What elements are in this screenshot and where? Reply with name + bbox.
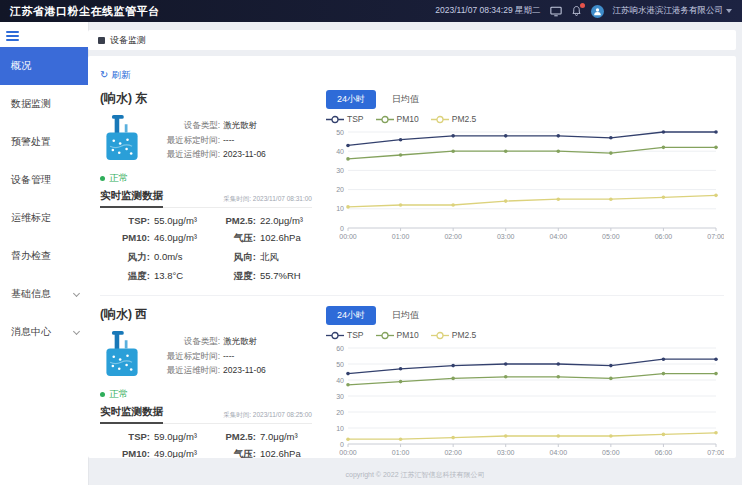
sidebar-item-basic-info[interactable]: 基础信息	[0, 275, 88, 313]
sidebar: 概况 数据监测 预警处置 设备管理 运维标定 督办检查 基础信息 消息中心	[0, 22, 88, 485]
svg-text:20: 20	[336, 409, 344, 416]
svg-text:04:00: 04:00	[550, 233, 568, 240]
metric-pressure: 气压:102.6hPa	[206, 448, 312, 458]
info-row: 最近标定时间:----	[154, 133, 266, 147]
dust-monitor-icon	[100, 113, 144, 167]
legend-item-pm10[interactable]: PM10	[376, 330, 419, 340]
legend-item-tsp[interactable]: TSP	[326, 330, 364, 340]
svg-text:02:00: 02:00	[444, 233, 462, 240]
svg-text:0: 0	[340, 225, 344, 232]
status-badge: 正常	[100, 172, 312, 185]
legend-item-pm25[interactable]: PM2.5	[431, 330, 477, 340]
metrics-grid: TSP:59.0μg/m³ PM2.5:7.0μg/m³ PM10:49.0μg…	[100, 431, 312, 458]
sidebar-item-alert-handling[interactable]: 预警处置	[0, 123, 88, 161]
svg-text:05:00: 05:00	[602, 233, 620, 240]
svg-text:07:00: 07:00	[707, 449, 724, 456]
device-info: 设备类型:激光散射 最近标定时间:---- 最近运维时间:2023-11-06	[154, 118, 266, 161]
tab-daily-average[interactable]: 日均值	[384, 306, 427, 325]
svg-text:05:00: 05:00	[602, 449, 620, 456]
svg-text:01:00: 01:00	[392, 233, 410, 240]
svg-text:50: 50	[336, 129, 344, 136]
svg-text:00:00: 00:00	[339, 449, 357, 456]
metric-tsp: TSP:55.0μg/m³	[100, 215, 206, 226]
status-dot-icon	[100, 392, 105, 397]
device-monitor-panel: ↻ 刷新 (响水) 东	[88, 56, 736, 458]
metric-humidity: 湿度:55.7%RH	[206, 270, 312, 283]
device-title: (响水) 东	[100, 90, 312, 107]
copyright-footer: copyright © 2022 江苏汇智信息科技有限公司	[88, 470, 742, 480]
svg-text:01:00: 01:00	[392, 449, 410, 456]
device-summary: (响水) 西	[100, 306, 312, 458]
info-row: 设备类型:激光散射	[154, 334, 266, 348]
svg-text:06:00: 06:00	[655, 449, 673, 456]
header-datetime: 2023/11/07 08:34:29 星期二	[435, 5, 540, 17]
device-chart-area: 24小时 日均值 TSPPM10PM2.5 0102030405000:0001…	[312, 90, 724, 283]
svg-text:40: 40	[336, 148, 344, 155]
sidebar-item-data-monitoring[interactable]: 数据监测	[0, 85, 88, 123]
menu-toggle-icon[interactable]	[0, 22, 88, 47]
collect-time: 采集时间: 2023/11/07 08:25:00	[223, 411, 312, 423]
metric-pm25: PM2.5:22.0μg/m³	[206, 215, 312, 226]
chevron-down-icon	[73, 328, 80, 335]
legend-item-pm10[interactable]: PM10	[376, 114, 419, 124]
svg-text:60: 60	[336, 345, 344, 352]
notification-badge	[580, 3, 585, 8]
svg-text:06:00: 06:00	[655, 233, 673, 240]
metric-pressure: 气压:102.6hPa	[206, 232, 312, 245]
tab-24h[interactable]: 24小时	[326, 306, 376, 325]
svg-text:20: 20	[336, 186, 344, 193]
refresh-button[interactable]: ↻ 刷新	[100, 69, 130, 82]
notification-bell-icon[interactable]	[571, 5, 582, 17]
chart-tabs: 24小时 日均值	[326, 306, 724, 325]
metric-temperature: 温度:13.8°C	[100, 270, 206, 283]
legend-item-tsp[interactable]: TSP	[326, 114, 364, 124]
info-row: 最近运维时间:2023-11-06	[154, 363, 266, 377]
realtime-header: 实时监测数据 采集时间: 2023/11/07 08:31:00	[100, 189, 312, 208]
info-row: 设备类型:激光散射	[154, 118, 266, 132]
refresh-icon: ↻	[100, 70, 108, 80]
fullscreen-icon[interactable]	[550, 6, 562, 17]
svg-text:50: 50	[336, 361, 344, 368]
sidebar-item-device-management[interactable]: 设备管理	[0, 161, 88, 199]
app-window: 江苏省港口粉尘在线监管平台 2023/11/07 08:34:29 星期二 江苏…	[0, 0, 742, 485]
sidebar-item-overview[interactable]: 概况	[0, 47, 88, 85]
breadcrumb-icon	[98, 37, 105, 44]
tab-daily-average[interactable]: 日均值	[384, 90, 427, 109]
device-info: 设备类型:激光散射 最近标定时间:---- 最近运维时间:2023-11-06	[154, 334, 266, 377]
info-row: 最近标定时间:----	[154, 349, 266, 363]
metrics-grid: TSP:55.0μg/m³ PM2.5:22.0μg/m³ PM10:46.0μ…	[100, 215, 312, 283]
metric-tsp: TSP:59.0μg/m³	[100, 431, 206, 442]
svg-text:30: 30	[336, 393, 344, 400]
svg-text:0: 0	[340, 441, 344, 448]
tab-24h[interactable]: 24小时	[326, 90, 376, 109]
breadcrumb: 设备监测	[88, 30, 736, 50]
svg-text:03:00: 03:00	[497, 449, 515, 456]
metric-pm10: PM10:46.0μg/m³	[100, 232, 206, 245]
avatar[interactable]	[591, 5, 604, 18]
chart-legend: TSPPM10PM2.5	[326, 114, 724, 124]
svg-text:04:00: 04:00	[550, 449, 568, 456]
svg-text:30: 30	[336, 167, 344, 174]
line-chart: 010203040506000:0001:0002:0003:0004:0005…	[326, 342, 724, 458]
svg-text:40: 40	[336, 377, 344, 384]
status-badge: 正常	[100, 388, 312, 401]
main-content: 设备监测 ↻ 刷新 (响水) 东	[88, 22, 736, 458]
header-right: 2023/11/07 08:34:29 星期二 江苏响水港滨江港务有限公司	[435, 5, 732, 18]
svg-text:10: 10	[336, 425, 344, 432]
sidebar-item-maintenance-calibration[interactable]: 运维标定	[0, 199, 88, 237]
company-name: 江苏响水港滨江港务有限公司	[613, 5, 724, 17]
app-title: 江苏省港口粉尘在线监管平台	[10, 4, 160, 19]
metric-pm10: PM10:49.0μg/m³	[100, 448, 206, 458]
chevron-down-icon	[73, 290, 80, 297]
dust-monitor-icon	[100, 329, 144, 383]
sidebar-item-supervision-check[interactable]: 督办检查	[0, 237, 88, 275]
device-chart-area: 24小时 日均值 TSPPM10PM2.5 010203040506000:00…	[312, 306, 724, 458]
sidebar-item-message-center[interactable]: 消息中心	[0, 313, 88, 351]
svg-text:00:00: 00:00	[339, 233, 357, 240]
breadcrumb-label: 设备监测	[110, 34, 146, 47]
company-dropdown[interactable]: 江苏响水港滨江港务有限公司	[613, 5, 733, 17]
metric-wind-force: 风力:0.0m/s	[100, 251, 206, 264]
legend-item-pm25[interactable]: PM2.5	[431, 114, 477, 124]
chevron-down-icon	[726, 9, 732, 13]
chart-legend: TSPPM10PM2.5	[326, 330, 724, 340]
